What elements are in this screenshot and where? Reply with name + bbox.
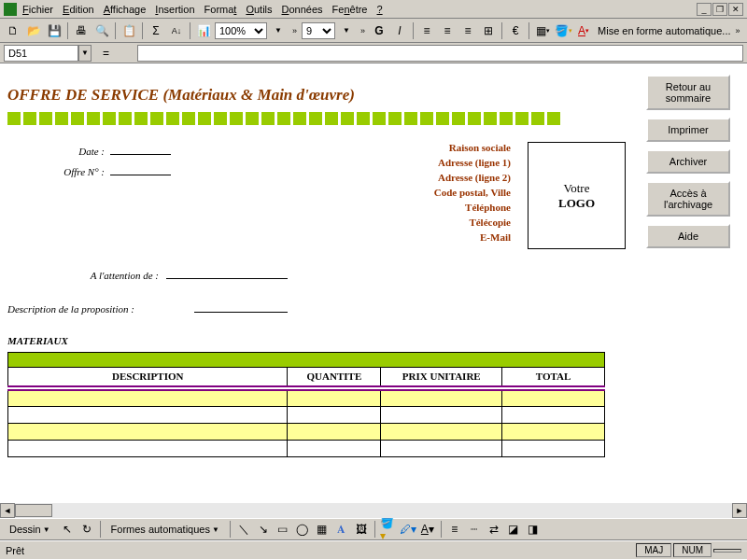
font-color2-icon[interactable]: A▾ <box>419 521 436 538</box>
menu-insert[interactable]: Insertion <box>155 4 194 15</box>
italic-icon[interactable]: I <box>390 21 409 40</box>
close-button[interactable]: ✕ <box>728 3 743 16</box>
green-separator <box>7 112 626 125</box>
new-icon[interactable]: 🗋 <box>4 21 22 40</box>
menu-edit[interactable]: Edition <box>63 4 94 15</box>
line-icon[interactable]: ＼ <box>235 521 252 538</box>
oval-icon[interactable]: ◯ <box>294 521 311 538</box>
name-box[interactable]: D51 <box>4 45 78 62</box>
status-bar: Prêt MAJ NUM <box>0 540 747 559</box>
bold-icon[interactable]: G <box>370 21 388 40</box>
company-addr2: Adresse (ligne 2) <box>185 172 511 183</box>
menu-file[interactable]: Fichier <box>22 4 53 15</box>
chart-icon[interactable]: 📊 <box>194 21 213 40</box>
attention-field[interactable] <box>166 266 288 279</box>
shadow-icon[interactable]: ◪ <box>505 521 522 538</box>
menu-tools[interactable]: Outils <box>246 4 272 15</box>
toolbar-overflow2-icon[interactable]: » <box>360 26 365 35</box>
toolbar-overflow-icon[interactable]: » <box>292 26 297 35</box>
line-style-icon[interactable]: ≡ <box>446 521 463 538</box>
menu-format[interactable]: Format <box>204 4 237 15</box>
offer-field[interactable] <box>110 162 171 175</box>
autoformat-button[interactable]: Mise en forme automatique... <box>598 25 730 36</box>
line-color-icon[interactable]: 🖊▾ <box>400 521 416 538</box>
col-total: TOTAL <box>502 368 605 386</box>
name-box-value: D51 <box>8 48 27 59</box>
date-field[interactable] <box>110 142 171 155</box>
scroll-thumb[interactable] <box>15 504 52 517</box>
draw-menu[interactable]: Dessin ▼ <box>4 521 56 538</box>
currency-icon[interactable]: € <box>506 21 525 40</box>
status-ready: Prêt <box>6 545 24 556</box>
table-row[interactable] <box>8 441 605 457</box>
sort-icon[interactable]: A↓ <box>167 21 186 40</box>
align-left-icon[interactable]: ≡ <box>417 21 436 40</box>
menu-window[interactable]: Fenêtre <box>332 4 368 15</box>
materials-table: DESCRIPTION QUANTITE PRIX UNITAIRE TOTAL <box>7 352 605 457</box>
rectangle-icon[interactable]: ▭ <box>275 521 291 538</box>
arrow-icon[interactable]: ↘ <box>255 521 272 538</box>
status-num: NUM <box>673 543 712 557</box>
rotate-icon[interactable]: ↻ <box>78 521 95 538</box>
autoshapes-menu[interactable]: Formes automatiques ▼ <box>106 521 225 538</box>
status-caps: MAJ <box>636 543 671 557</box>
3d-icon[interactable]: ◨ <box>525 521 542 538</box>
preview-icon[interactable]: 🔍 <box>92 21 111 40</box>
scroll-track[interactable] <box>15 503 732 518</box>
menu-data[interactable]: Données <box>282 4 323 15</box>
menu-view[interactable]: Affichage <box>104 4 147 15</box>
date-label: Date : <box>7 146 110 157</box>
wordart-icon[interactable]: 𝐀 <box>333 521 350 538</box>
col-description: DESCRIPTION <box>8 368 288 386</box>
minimize-button[interactable]: _ <box>697 3 712 16</box>
align-right-icon[interactable]: ≡ <box>458 21 477 40</box>
table-header-row: DESCRIPTION QUANTITE PRIX UNITAIRE TOTAL <box>8 368 605 386</box>
access-archive-button[interactable]: Accès à l'archivage <box>646 181 730 217</box>
workspace: OFFRE DE SERVICE (Matériaux & Main d'œuv… <box>0 63 747 518</box>
fontsize-dropdown-icon[interactable]: ▼ <box>337 21 356 40</box>
print-button[interactable]: Imprimer <box>646 118 730 142</box>
company-fax: Télécopie <box>185 217 511 228</box>
description-field[interactable] <box>194 300 288 313</box>
company-name: Raison sociale <box>185 142 511 153</box>
font-color-icon[interactable]: A▾ <box>574 21 593 40</box>
formula-equals-icon[interactable]: = <box>103 47 109 60</box>
back-to-summary-button[interactable]: Retour au sommaire <box>646 75 730 110</box>
open-icon[interactable]: 📂 <box>24 21 43 40</box>
table-row[interactable] <box>8 407 605 424</box>
scroll-left-icon[interactable]: ◄ <box>0 503 15 518</box>
app-icon <box>4 3 17 16</box>
side-button-panel: Retour au sommaire Imprimer Archiver Acc… <box>646 75 730 248</box>
align-center-icon[interactable]: ≡ <box>438 21 457 40</box>
company-info: Raison sociale Adresse (ligne 1) Adresse… <box>185 142 520 249</box>
dash-style-icon[interactable]: ┈ <box>466 521 483 538</box>
formula-input[interactable] <box>137 45 743 62</box>
table-row[interactable] <box>8 424 605 441</box>
name-box-dropdown-icon[interactable]: ▼ <box>78 45 92 62</box>
arrow-style-icon[interactable]: ⇄ <box>486 521 502 538</box>
zoom-combo[interactable]: 100% <box>215 22 267 39</box>
help-button[interactable]: Aide <box>646 224 730 248</box>
select-icon[interactable]: ↖ <box>59 521 76 538</box>
restore-button[interactable]: ❐ <box>712 3 727 16</box>
fill-color2-icon[interactable]: 🪣▾ <box>380 521 397 538</box>
borders-icon[interactable]: ▦▾ <box>533 21 552 40</box>
fill-color-icon[interactable]: 🪣▾ <box>554 21 572 40</box>
logo-placeholder: Votre LOGO <box>528 142 626 249</box>
fontsize-combo[interactable]: 9 <box>302 22 335 39</box>
autosum-icon[interactable]: Σ <box>147 21 165 40</box>
print-icon[interactable]: 🖶 <box>72 21 91 40</box>
horizontal-scrollbar[interactable]: ◄ ► <box>0 503 747 518</box>
clipart-icon[interactable]: 🖼 <box>353 521 370 538</box>
merge-icon[interactable]: ⊞ <box>479 21 498 40</box>
archive-button[interactable]: Archiver <box>646 149 730 174</box>
table-row[interactable] <box>8 390 605 407</box>
textbox-icon[interactable]: ▦ <box>314 521 331 538</box>
zoom-dropdown-icon[interactable]: ▼ <box>269 21 288 40</box>
toolbar-overflow3-icon[interactable]: » <box>736 26 740 35</box>
sheet-area[interactable]: OFFRE DE SERVICE (Matériaux & Main d'œuv… <box>7 67 626 503</box>
save-icon[interactable]: 💾 <box>45 21 63 40</box>
menu-help[interactable]: ? <box>377 4 383 15</box>
paste-icon[interactable]: 📋 <box>120 21 138 40</box>
scroll-right-icon[interactable]: ► <box>732 503 747 518</box>
